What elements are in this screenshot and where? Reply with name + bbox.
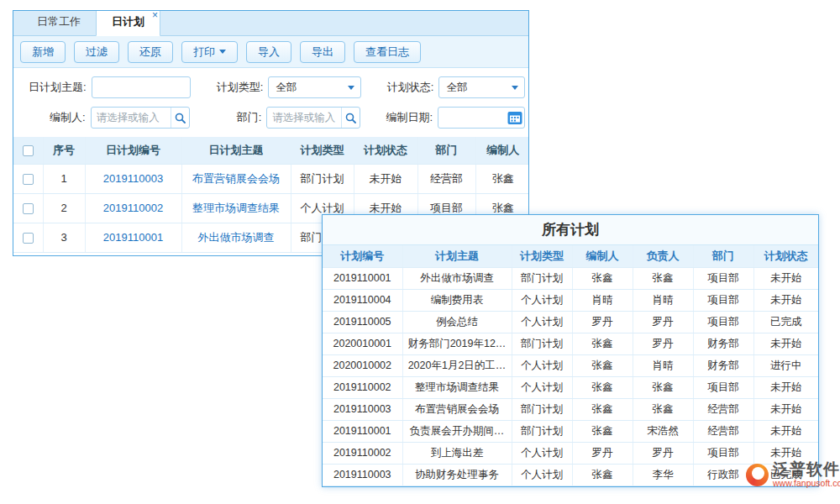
toolbar: 新增 过滤 还原 打印 导入 导出 查看日志 <box>13 36 528 68</box>
brand-url: www.fanpusoft.com <box>773 478 840 488</box>
creator-label: 编制人: <box>17 110 86 125</box>
cell-plan-id: 2019110002 <box>323 376 402 398</box>
table-row[interactable]: 2020010002 2020年1月2日的工… 个人计划 张鑫 肖晴 财务部 进… <box>323 354 818 376</box>
table-row[interactable]: 2020010001 财务部门2019年12… 部门计划 张鑫 罗丹 财务部 未… <box>323 333 818 354</box>
filter-button[interactable]: 过滤 <box>74 41 119 63</box>
cell-plan-type: 个人计划 <box>512 464 572 486</box>
cell-plan-topic: 整理市场调查结果 <box>402 376 512 398</box>
cell-plan-type: 部门计划 <box>291 164 354 193</box>
restore-button[interactable]: 还原 <box>128 41 173 63</box>
date-input[interactable] <box>438 108 506 127</box>
cell-plan-id: 2020010002 <box>323 354 402 376</box>
col-plan-status: 计划状态 <box>753 245 818 267</box>
cell-serial: 1 <box>43 164 85 193</box>
cell-plan-id: 2019110003 <box>323 464 402 486</box>
date-input-box <box>438 107 525 129</box>
tab-daily-work[interactable]: 日常工作 <box>22 10 96 35</box>
cell-plan-topic: 例会总结 <box>402 311 512 333</box>
filter-area: 日计划主题: 计划类型: 全部 计划状态: 全部 编制人: <box>13 68 528 137</box>
cell-dept: 行政部 <box>693 464 753 486</box>
col-creator: 编制人 <box>475 137 529 164</box>
cell-plan-topic-link[interactable]: 外出做市场调查 <box>181 223 291 252</box>
fanpu-watermark: 泛普软件 www.fanpusoft.com <box>746 461 840 488</box>
cell-plan-topic: 协助财务处理事务 <box>402 464 512 486</box>
page-title: 所有计划 <box>323 215 818 245</box>
cell-serial: 3 <box>43 223 85 252</box>
cell-dept: 项目部 <box>693 289 753 311</box>
cell-creator: 罗丹 <box>572 311 633 333</box>
cell-plan-type: 个人计划 <box>512 354 572 376</box>
all-plans-panel: 所有计划 计划编号 计划主题 计划类型 编制人 负责人 部门 计划状态 2019… <box>322 214 819 487</box>
cell-owner: 张鑫 <box>633 267 693 289</box>
creator-search-input[interactable] <box>92 108 171 127</box>
cell-creator: 张鑫 <box>572 398 633 420</box>
chevron-down-icon <box>512 86 518 90</box>
add-button[interactable]: 新增 <box>20 41 66 63</box>
cell-owner: 肖晴 <box>633 289 693 311</box>
view-log-button[interactable]: 查看日志 <box>354 41 421 63</box>
cell-creator: 罗丹 <box>572 442 633 464</box>
cell-owner: 宋浩然 <box>633 420 693 442</box>
col-plan-type: 计划类型 <box>512 245 572 267</box>
cell-plan-status: 未开始 <box>753 267 818 289</box>
table-row[interactable]: 2019110001 负责展会开办期间… 部门计划 张鑫 宋浩然 经营部 未开始 <box>323 420 818 442</box>
table-row[interactable]: 2019110002 整理市场调查结果 个人计划 张鑫 张鑫 项目部 未开始 <box>323 376 818 398</box>
plan-type-label: 计划类型: <box>194 80 264 95</box>
cell-plan-topic-link[interactable]: 整理市场调查结果 <box>181 193 291 223</box>
cell-owner: 罗丹 <box>633 442 693 464</box>
close-icon[interactable]: × <box>152 10 158 21</box>
brand-name: 泛普软件 <box>773 461 840 478</box>
cell-plan-topic: 财务部门2019年12… <box>402 333 512 354</box>
cell-plan-id-link[interactable]: 2019110003 <box>85 164 181 193</box>
export-button[interactable]: 导出 <box>300 41 345 63</box>
table-row[interactable]: 2019110001 外出做市场调查 部门计划 张鑫 张鑫 项目部 未开始 <box>323 267 818 289</box>
col-plan-topic: 计划主题 <box>402 245 512 267</box>
topic-input[interactable] <box>92 78 190 97</box>
plan-type-select[interactable]: 全部 <box>268 76 360 98</box>
cell-owner: 肖晴 <box>633 354 693 376</box>
cell-creator: 张鑫 <box>475 164 529 193</box>
cell-plan-type: 部门计划 <box>512 398 572 420</box>
table-row[interactable]: 2019110004 编制费用表 个人计划 肖晴 肖晴 项目部 未开始 <box>323 289 818 311</box>
cell-plan-status: 未开始 <box>753 398 818 420</box>
table-header-row: 序号 日计划编号 日计划主题 计划类型 计划状态 部门 编制人 <box>13 137 529 164</box>
row-checkbox[interactable] <box>23 233 34 244</box>
search-icon[interactable] <box>171 108 189 128</box>
table-row[interactable]: 2019110003 协助财务处理事务 个人计划 张鑫 李华 行政部 已完成 <box>323 464 818 486</box>
cell-owner: 李华 <box>633 464 693 486</box>
tab-daily-plan[interactable]: 日计划 × <box>96 10 160 36</box>
cell-plan-id-link[interactable]: 2019110001 <box>85 223 181 252</box>
cell-plan-type: 部门计划 <box>512 267 572 289</box>
calendar-icon[interactable] <box>506 108 524 128</box>
cell-plan-id: 2019110002 <box>323 442 402 464</box>
cell-plan-topic: 编制费用表 <box>402 289 512 311</box>
cell-plan-topic-link[interactable]: 布置营销展会会场 <box>181 164 291 193</box>
filter-row-1: 日计划主题: 计划类型: 全部 计划状态: 全部 <box>17 75 525 100</box>
search-icon[interactable] <box>341 108 360 128</box>
cell-plan-id-link[interactable]: 2019110002 <box>85 193 181 223</box>
creator-search-box <box>91 107 190 129</box>
cell-plan-status: 未开始 <box>753 333 818 354</box>
row-checkbox[interactable] <box>23 174 34 185</box>
table-row[interactable]: 2019110005 例会总结 个人计划 罗丹 罗丹 项目部 已完成 <box>323 311 818 333</box>
cell-dept: 财务部 <box>693 354 753 376</box>
select-all-checkbox[interactable] <box>23 145 34 156</box>
tab-daily-plan-label: 日计划 <box>112 15 144 28</box>
table-row[interactable]: 1 2019110003 布置营销展会会场 部门计划 未开始 经营部 张鑫 <box>13 164 529 193</box>
table-row[interactable]: 2019110003 布置营销展会会场 部门计划 张鑫 张鑫 经营部 未开始 <box>323 398 818 420</box>
topic-label: 日计划主题: <box>17 80 87 95</box>
cell-plan-id: 2019110001 <box>323 267 402 289</box>
chevron-down-icon <box>219 50 226 54</box>
cell-plan-type: 个人计划 <box>512 311 572 333</box>
fanpu-logo-icon <box>746 464 769 486</box>
cell-owner: 张鑫 <box>633 398 693 420</box>
cell-owner: 罗丹 <box>633 311 693 333</box>
cell-plan-status: 已完成 <box>753 311 818 333</box>
dept-search-input[interactable] <box>267 108 341 127</box>
import-button[interactable]: 导入 <box>246 41 291 63</box>
plan-status-select[interactable]: 全部 <box>438 76 525 98</box>
row-checkbox[interactable] <box>23 203 34 214</box>
date-label: 编制日期: <box>364 110 433 125</box>
print-button[interactable]: 打印 <box>181 41 238 63</box>
table-row[interactable]: 2019110002 到上海出差 个人计划 罗丹 罗丹 项目部 未开始 <box>323 442 818 464</box>
